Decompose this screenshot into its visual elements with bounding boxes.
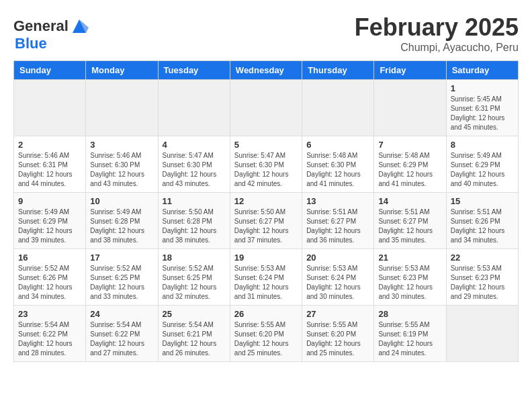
day-info: Sunrise: 5:48 AM Sunset: 6:29 PM Dayligh… [378, 151, 441, 189]
col-sunday: Sunday [14, 61, 86, 80]
day-number: 20 [306, 253, 369, 263]
calendar-cell [302, 80, 374, 136]
day-number: 12 [234, 196, 298, 206]
day-number: 9 [18, 196, 81, 206]
logo-blue: Blue [15, 35, 47, 52]
col-monday: Monday [86, 61, 158, 80]
day-number: 17 [90, 253, 153, 263]
calendar-cell [158, 80, 230, 136]
day-info: Sunrise: 5:47 AM Sunset: 6:30 PM Dayligh… [163, 151, 226, 189]
day-number: 22 [451, 253, 514, 263]
day-info: Sunrise: 5:50 AM Sunset: 6:28 PM Dayligh… [163, 208, 226, 245]
day-number: 13 [306, 196, 369, 206]
day-info: Sunrise: 5:51 AM Sunset: 6:27 PM Dayligh… [378, 208, 441, 245]
calendar-subtitle: Chumpi, Ayacucho, Peru [355, 42, 519, 54]
calendar-cell: 13Sunrise: 5:51 AM Sunset: 6:27 PM Dayli… [302, 193, 374, 249]
day-info: Sunrise: 5:46 AM Sunset: 6:30 PM Dayligh… [90, 151, 153, 189]
day-number: 28 [378, 309, 441, 319]
calendar-cell: 7Sunrise: 5:48 AM Sunset: 6:29 PM Daylig… [374, 136, 446, 193]
day-info: Sunrise: 5:45 AM Sunset: 6:31 PM Dayligh… [451, 95, 514, 132]
day-number: 21 [378, 253, 441, 263]
logo: General Blue [13, 17, 89, 52]
day-info: Sunrise: 5:55 AM Sunset: 6:19 PM Dayligh… [378, 320, 441, 358]
day-number: 16 [18, 253, 81, 263]
day-number: 2 [18, 140, 81, 150]
calendar-title: February 2025 [355, 13, 519, 42]
day-info: Sunrise: 5:50 AM Sunset: 6:27 PM Dayligh… [234, 208, 298, 245]
calendar-cell: 2Sunrise: 5:46 AM Sunset: 6:31 PM Daylig… [14, 136, 86, 193]
col-saturday: Saturday [446, 61, 518, 80]
calendar-cell: 26Sunrise: 5:55 AM Sunset: 6:20 PM Dayli… [230, 306, 302, 362]
calendar-cell: 20Sunrise: 5:53 AM Sunset: 6:24 PM Dayli… [302, 249, 374, 306]
day-info: Sunrise: 5:52 AM Sunset: 6:25 PM Dayligh… [90, 264, 153, 302]
day-info: Sunrise: 5:54 AM Sunset: 6:22 PM Dayligh… [18, 320, 81, 358]
calendar-cell [14, 80, 86, 136]
calendar-cell: 25Sunrise: 5:54 AM Sunset: 6:21 PM Dayli… [158, 306, 230, 362]
calendar-cell [374, 80, 446, 136]
col-tuesday: Tuesday [158, 61, 230, 80]
day-info: Sunrise: 5:52 AM Sunset: 6:25 PM Dayligh… [163, 264, 226, 302]
day-number: 4 [163, 140, 226, 150]
calendar-cell: 23Sunrise: 5:54 AM Sunset: 6:22 PM Dayli… [14, 306, 86, 362]
calendar-cell: 27Sunrise: 5:55 AM Sunset: 6:20 PM Dayli… [302, 306, 374, 362]
calendar-cell [446, 306, 518, 362]
day-number: 5 [234, 140, 298, 150]
day-info: Sunrise: 5:53 AM Sunset: 6:23 PM Dayligh… [451, 264, 514, 302]
day-number: 7 [378, 140, 441, 150]
calendar-cell: 28Sunrise: 5:55 AM Sunset: 6:19 PM Dayli… [374, 306, 446, 362]
day-number: 27 [306, 309, 369, 319]
calendar-cell: 17Sunrise: 5:52 AM Sunset: 6:25 PM Dayli… [86, 249, 158, 306]
logo-icon [70, 17, 89, 36]
day-number: 3 [90, 140, 153, 150]
day-info: Sunrise: 5:53 AM Sunset: 6:23 PM Dayligh… [378, 264, 441, 302]
day-number: 8 [451, 140, 514, 150]
calendar-cell [230, 80, 302, 136]
calendar-cell: 14Sunrise: 5:51 AM Sunset: 6:27 PM Dayli… [374, 193, 446, 249]
calendar-week-2: 2Sunrise: 5:46 AM Sunset: 6:31 PM Daylig… [14, 136, 519, 193]
day-info: Sunrise: 5:51 AM Sunset: 6:27 PM Dayligh… [306, 208, 369, 245]
calendar-cell: 24Sunrise: 5:54 AM Sunset: 6:22 PM Dayli… [86, 306, 158, 362]
day-number: 23 [18, 309, 81, 319]
day-info: Sunrise: 5:53 AM Sunset: 6:24 PM Dayligh… [234, 264, 298, 302]
day-number: 1 [451, 83, 514, 93]
calendar-cell [86, 80, 158, 136]
calendar-cell: 16Sunrise: 5:52 AM Sunset: 6:26 PM Dayli… [14, 249, 86, 306]
calendar-week-5: 23Sunrise: 5:54 AM Sunset: 6:22 PM Dayli… [14, 306, 519, 362]
day-info: Sunrise: 5:49 AM Sunset: 6:29 PM Dayligh… [18, 208, 81, 245]
day-info: Sunrise: 5:49 AM Sunset: 6:28 PM Dayligh… [90, 208, 153, 245]
calendar-cell: 3Sunrise: 5:46 AM Sunset: 6:30 PM Daylig… [86, 136, 158, 193]
day-number: 26 [234, 309, 298, 319]
title-section: February 2025 Chumpi, Ayacucho, Peru [355, 13, 519, 54]
day-info: Sunrise: 5:54 AM Sunset: 6:22 PM Dayligh… [90, 320, 153, 358]
day-info: Sunrise: 5:53 AM Sunset: 6:24 PM Dayligh… [306, 264, 369, 302]
day-info: Sunrise: 5:46 AM Sunset: 6:31 PM Dayligh… [18, 151, 81, 189]
calendar-cell: 21Sunrise: 5:53 AM Sunset: 6:23 PM Dayli… [374, 249, 446, 306]
calendar-cell: 22Sunrise: 5:53 AM Sunset: 6:23 PM Dayli… [446, 249, 518, 306]
day-number: 25 [163, 309, 226, 319]
calendar-cell: 12Sunrise: 5:50 AM Sunset: 6:27 PM Dayli… [230, 193, 302, 249]
logo-general: General [13, 18, 69, 34]
calendar-cell: 11Sunrise: 5:50 AM Sunset: 6:28 PM Dayli… [158, 193, 230, 249]
calendar-cell: 19Sunrise: 5:53 AM Sunset: 6:24 PM Dayli… [230, 249, 302, 306]
day-info: Sunrise: 5:52 AM Sunset: 6:26 PM Dayligh… [18, 264, 81, 302]
calendar-cell: 10Sunrise: 5:49 AM Sunset: 6:28 PM Dayli… [86, 193, 158, 249]
day-info: Sunrise: 5:54 AM Sunset: 6:21 PM Dayligh… [163, 320, 226, 358]
calendar-week-4: 16Sunrise: 5:52 AM Sunset: 6:26 PM Dayli… [14, 249, 519, 306]
col-friday: Friday [374, 61, 446, 80]
calendar-cell: 4Sunrise: 5:47 AM Sunset: 6:30 PM Daylig… [158, 136, 230, 193]
header: General Blue February 2025 Chumpi, Ayacu… [13, 13, 519, 54]
day-info: Sunrise: 5:51 AM Sunset: 6:26 PM Dayligh… [451, 208, 514, 245]
calendar-cell: 5Sunrise: 5:47 AM Sunset: 6:30 PM Daylig… [230, 136, 302, 193]
day-number: 6 [306, 140, 369, 150]
day-number: 19 [234, 253, 298, 263]
calendar-cell: 15Sunrise: 5:51 AM Sunset: 6:26 PM Dayli… [446, 193, 518, 249]
day-number: 10 [90, 196, 153, 206]
calendar-table: Sunday Monday Tuesday Wednesday Thursday… [13, 60, 519, 362]
day-info: Sunrise: 5:55 AM Sunset: 6:20 PM Dayligh… [234, 320, 298, 358]
day-info: Sunrise: 5:55 AM Sunset: 6:20 PM Dayligh… [306, 320, 369, 358]
day-info: Sunrise: 5:48 AM Sunset: 6:30 PM Dayligh… [306, 151, 369, 189]
calendar-cell: 9Sunrise: 5:49 AM Sunset: 6:29 PM Daylig… [14, 193, 86, 249]
day-info: Sunrise: 5:47 AM Sunset: 6:30 PM Dayligh… [234, 151, 298, 189]
col-thursday: Thursday [302, 61, 374, 80]
header-row: Sunday Monday Tuesday Wednesday Thursday… [14, 61, 519, 80]
